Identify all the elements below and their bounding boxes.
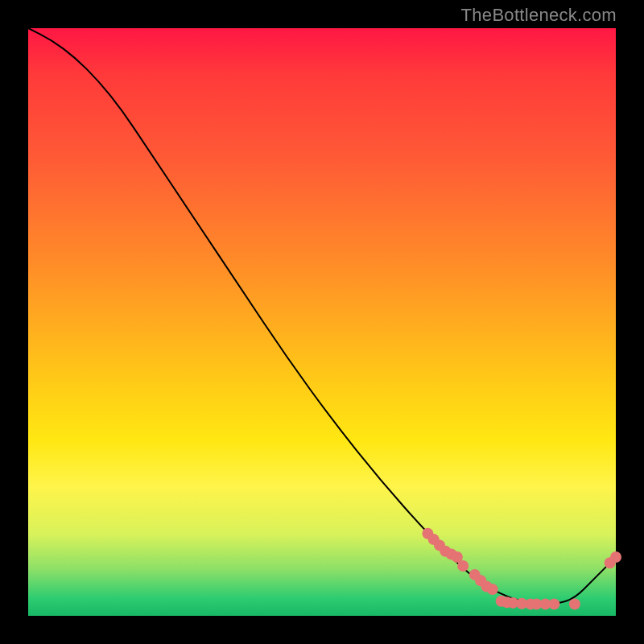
data-point-marker: [457, 560, 469, 572]
watermark-text: TheBottleneck.com: [461, 5, 617, 26]
data-point-marker: [487, 584, 498, 595]
chart-frame: TheBottleneck.com: [0, 0, 644, 644]
plot-area: [28, 28, 616, 616]
data-point-marker: [548, 598, 559, 609]
bottleneck-curve: [28, 28, 616, 604]
data-point-marker: [569, 598, 580, 609]
chart-svg: [28, 28, 616, 616]
data-point-marker: [610, 551, 621, 563]
marker-layer: [422, 528, 621, 610]
curve-layer: [28, 28, 616, 604]
